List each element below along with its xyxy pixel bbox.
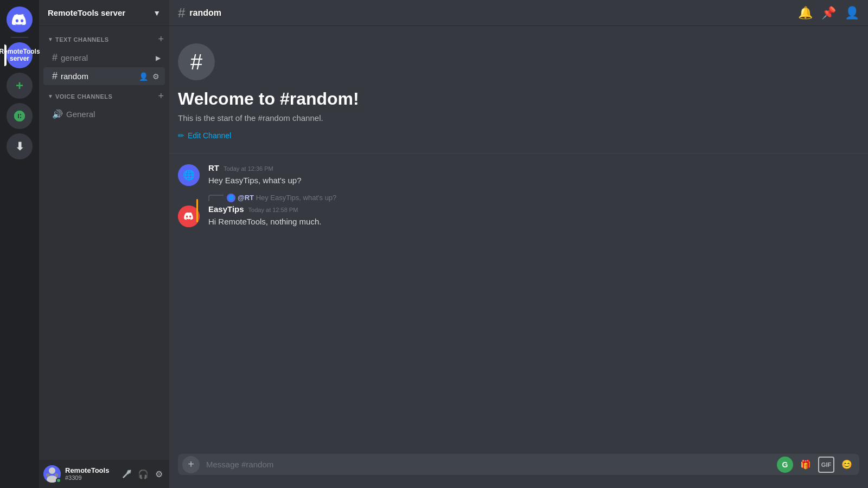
edit-channel-button[interactable]: ✏ Edit Channel	[178, 131, 859, 140]
channel-welcome: # Welcome to #random! This is the start …	[169, 35, 868, 153]
collapse-arrow-icon: ▼	[48, 36, 53, 42]
easytips-message-text: Hi RemoteTools, nothing much.	[208, 216, 859, 228]
add-text-channel-button[interactable]: +	[157, 33, 165, 46]
category-left: ▼ TEXT CHANNELS	[48, 36, 109, 43]
rt-timestamp: Today at 12:36 PM	[224, 165, 273, 172]
voice-channels-label: VOICE CHANNELS	[55, 93, 112, 100]
edit-channel-label: Edit Channel	[188, 131, 231, 140]
rt-author: RT	[208, 163, 219, 172]
message-input-wrapper: + G 🎁 GIF 😊	[178, 454, 859, 475]
voice-category-left: ▼ VOICE CHANNELS	[48, 93, 112, 100]
discord-home-button[interactable]	[7, 7, 33, 33]
svg-point-1	[49, 467, 55, 474]
reply-text: @RT Hey EasyTips, what's up?	[238, 194, 336, 202]
send-button-g[interactable]: G	[777, 457, 793, 473]
download-button[interactable]: ⬇	[7, 133, 33, 159]
text-channels-category: ▼ TEXT CHANNELS + # general ▶ # random 👤…	[39, 30, 169, 85]
rs-server-icon[interactable]: RemoteTools server	[7, 42, 33, 68]
server-divider	[11, 37, 28, 38]
reply-bar	[196, 199, 198, 223]
hash-icon-random: #	[52, 70, 58, 82]
emoji-button[interactable]: 😊	[839, 457, 855, 473]
channel-random-name: random	[61, 72, 138, 81]
reply-message-text: Hey EasyTips, what's up?	[256, 194, 337, 202]
welcome-title: Welcome to #random!	[178, 89, 859, 109]
rt-avatar: 🌐	[178, 164, 200, 186]
voice-channel-general[interactable]: 🔊 General	[43, 106, 165, 123]
user-tag: #3309	[65, 474, 116, 481]
hash-icon: #	[52, 52, 58, 63]
channel-general-name: general	[61, 53, 156, 62]
rt-message-header: RT Today at 12:36 PM	[208, 163, 859, 172]
pin-icon[interactable]: 📌	[821, 6, 836, 20]
server-list: RemoteTools server + ⬇	[0, 0, 39, 488]
top-bar-right: 🔔 📌 👤	[798, 6, 859, 20]
server-header[interactable]: RemoteTools server ▼	[39, 0, 169, 26]
reply-avatar: 🌐	[227, 194, 235, 202]
rs-server-label: RemoteTools server	[0, 47, 41, 63]
user-controls: 🎤 🎧 ⚙	[120, 467, 165, 481]
settings-icon[interactable]: ⚙	[151, 71, 161, 82]
user-display-name: RemoteTools	[65, 466, 116, 475]
easytips-message-header: EasyTips Today at 12:58 PM	[208, 204, 859, 214]
channel-welcome-icon: #	[178, 43, 215, 80]
user-area: RemoteTools #3309 🎤 🎧 ⚙	[39, 460, 169, 488]
server-name: RemoteTools server	[48, 8, 125, 17]
welcome-description: This is the start of the #random channel…	[178, 113, 859, 123]
rt-message-content: RT Today at 12:36 PM Hey EasyTips, what'…	[208, 163, 859, 187]
message-group-rt: 🌐 RT Today at 12:36 PM Hey EasyTips, wha…	[169, 162, 868, 188]
top-bar-hash-icon: #	[178, 5, 185, 21]
gift-button[interactable]: 🎁	[797, 457, 814, 473]
reply-mention: @RT	[238, 194, 254, 202]
notification-bell-icon[interactable]: 🔔	[798, 6, 813, 20]
rt-message-text: Hey EasyTips, what's up?	[208, 175, 859, 187]
add-server-button[interactable]: +	[7, 73, 33, 99]
channel-random[interactable]: # random 👤 ⚙	[43, 67, 165, 85]
top-bar: # random 🔔 📌 👤	[169, 0, 868, 26]
pencil-icon: ✏	[178, 131, 184, 140]
reply-container: 🌐 @RT Hey EasyTips, what's up?	[178, 194, 859, 202]
gif-button[interactable]: GIF	[818, 457, 834, 473]
easytips-author: EasyTips	[208, 204, 244, 214]
top-bar-channel-name: random	[189, 8, 221, 18]
mute-microphone-button[interactable]: 🎤	[120, 467, 133, 480]
text-channels-header[interactable]: ▼ TEXT CHANNELS +	[39, 30, 169, 48]
message-input[interactable]	[204, 454, 773, 475]
voice-channel-general-name: General	[66, 110, 161, 119]
explore-button[interactable]	[7, 103, 33, 129]
members-icon[interactable]: 👤	[845, 6, 859, 20]
channel-random-actions: 👤 ⚙	[138, 71, 161, 82]
user-avatar-container	[43, 465, 61, 483]
channel-sidebar: RemoteTools server ▼ ▼ TEXT CHANNELS + #…	[39, 0, 169, 488]
message-input-area: + G 🎁 GIF 😊	[169, 454, 868, 488]
easytips-message-inner: EasyTips Today at 12:58 PM Hi RemoteTool…	[178, 204, 859, 228]
message-group-easytips: 🌐 @RT Hey EasyTips, what's up?	[169, 192, 868, 229]
user-settings-button[interactable]: ⚙	[153, 467, 165, 481]
add-attachment-button[interactable]: +	[182, 456, 200, 473]
reply-connector-icon	[208, 195, 224, 201]
volume-icon: 🔊	[52, 109, 63, 119]
channel-general-arrow: ▶	[156, 54, 161, 62]
main-content: # random 🔔 📌 👤 # Welcome to #random! Thi…	[169, 0, 868, 488]
online-indicator	[56, 478, 61, 483]
headphones-button[interactable]: 🎧	[136, 467, 151, 481]
easytips-message-content: EasyTips Today at 12:58 PM Hi RemoteTool…	[208, 204, 859, 228]
add-member-icon[interactable]: 👤	[138, 71, 149, 82]
welcome-hash-icon: #	[190, 50, 202, 74]
top-bar-left: # random	[178, 5, 221, 21]
svg-text:🌐: 🌐	[183, 169, 195, 181]
svg-point-3	[46, 473, 49, 477]
voice-channels-category: ▼ VOICE CHANNELS + 🔊 General	[39, 87, 169, 123]
svg-point-4	[55, 473, 58, 477]
chevron-down-icon: ▼	[153, 9, 161, 17]
channel-general[interactable]: # general ▶	[43, 49, 165, 67]
channel-list: ▼ TEXT CHANNELS + # general ▶ # random 👤…	[39, 26, 169, 460]
add-voice-channel-button[interactable]: +	[157, 89, 165, 103]
user-info: RemoteTools #3309	[65, 466, 116, 482]
voice-channels-header[interactable]: ▼ VOICE CHANNELS +	[39, 87, 169, 105]
text-channels-label: TEXT CHANNELS	[55, 36, 109, 43]
message-input-actions: G 🎁 GIF 😊	[777, 457, 855, 473]
voice-collapse-arrow-icon: ▼	[48, 93, 53, 99]
messages-area: # Welcome to #random! This is the start …	[169, 26, 868, 454]
easytips-timestamp: Today at 12:58 PM	[248, 207, 298, 213]
